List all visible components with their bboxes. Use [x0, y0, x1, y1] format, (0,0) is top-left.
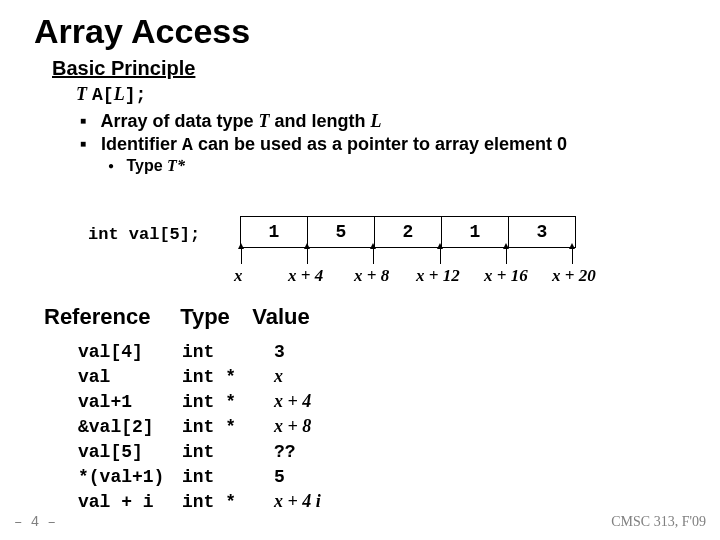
cell-ref: val[4]	[72, 340, 174, 363]
array-declaration-generic: T A[L];	[76, 84, 690, 105]
sub-bullet-pre: Type	[127, 157, 168, 174]
arrow-x1	[307, 248, 308, 264]
cell-type: int *	[176, 415, 266, 438]
cell-ref: &val[2]	[72, 415, 174, 438]
cell-val: 5	[274, 467, 285, 487]
slide-title: Array Access	[34, 12, 690, 51]
decl-t: T	[76, 84, 87, 104]
arrow-x5	[572, 248, 573, 264]
cell-ref: val	[72, 365, 174, 388]
sub-bullet-t: T*	[167, 157, 185, 174]
arrow-x0	[241, 248, 242, 264]
decl-end: ];	[125, 85, 147, 105]
array-cell-0: 1	[241, 217, 308, 247]
caption-x4: x + 16	[484, 266, 528, 286]
arrow-x3	[440, 248, 441, 264]
course-footer: CMSC 313, F'09	[611, 514, 706, 530]
cell-val: x + 4 i	[268, 490, 327, 513]
caption-x5: x + 20	[552, 266, 596, 286]
bullet-list: Array of data type T and length L Identi…	[80, 111, 690, 155]
cell-val: x + 4	[268, 390, 327, 413]
cell-type: int	[176, 440, 266, 463]
table-row: val + i int * x + 4 i	[72, 490, 327, 513]
table-row: &val[2] int * x + 8	[72, 415, 327, 438]
sub-bullet-type: Type T*	[108, 157, 690, 175]
arrow-x4	[506, 248, 507, 264]
slide: Array Access Basic Principle T A[L]; Arr…	[0, 0, 720, 540]
array-cell-4: 3	[509, 217, 575, 247]
bullet-1-l: L	[370, 111, 381, 131]
bullet-2-pre: Identifier	[101, 134, 182, 154]
caption-x3: x + 12	[416, 266, 460, 286]
arrow-x2	[373, 248, 374, 264]
caption-x0: x	[234, 266, 243, 286]
cell-val: 3	[274, 342, 285, 362]
cell-type: int	[176, 340, 266, 363]
page-number: – 4 –	[14, 514, 56, 530]
reference-table: val[4] int 3 val int * x val+1 int * x +…	[70, 338, 329, 515]
cell-ref: val+1	[72, 390, 174, 413]
header-reference: Reference	[44, 304, 174, 330]
cell-ref: val[5]	[72, 440, 174, 463]
bullet-2-post: can be used as a pointer to array elemen…	[193, 134, 567, 154]
array-diagram: 1 5 2 1 3	[240, 216, 576, 248]
array-declaration-example: int val[5];	[88, 225, 200, 244]
bullet-2: Identifier A can be used as a pointer to…	[80, 134, 690, 155]
table-row: val[4] int 3	[72, 340, 327, 363]
cell-type: int	[176, 465, 266, 488]
header-value: Value	[252, 304, 309, 329]
cell-ref: *(val+1)	[72, 465, 174, 488]
cell-val: x	[268, 365, 327, 388]
bullet-1-pre: Array of data type	[100, 111, 258, 131]
table-row: val[5] int ??	[72, 440, 327, 463]
table-row: *(val+1) int 5	[72, 465, 327, 488]
cell-val: ??	[274, 442, 296, 462]
bullet-1: Array of data type T and length L	[80, 111, 690, 132]
decl-a: A[	[92, 85, 114, 105]
header-type: Type	[180, 304, 246, 330]
section-heading-principle: Basic Principle	[52, 57, 690, 80]
table-header: Reference Type Value	[44, 304, 310, 330]
cell-type: int *	[176, 365, 266, 388]
cell-val: x + 8	[268, 415, 327, 438]
cell-type: int *	[176, 490, 266, 513]
cell-ref: val + i	[72, 490, 174, 513]
bullet-2-a: A	[182, 135, 193, 155]
array-cell-1: 5	[308, 217, 375, 247]
array-cell-2: 2	[375, 217, 442, 247]
bullet-1-mid: and length	[269, 111, 370, 131]
table-row: val+1 int * x + 4	[72, 390, 327, 413]
caption-x1: x + 4	[288, 266, 323, 286]
bullet-1-t: T	[258, 111, 269, 131]
cell-type: int *	[176, 390, 266, 413]
caption-x2: x + 8	[354, 266, 389, 286]
decl-l: L	[114, 84, 125, 104]
array-cell-3: 1	[442, 217, 509, 247]
table-row: val int * x	[72, 365, 327, 388]
